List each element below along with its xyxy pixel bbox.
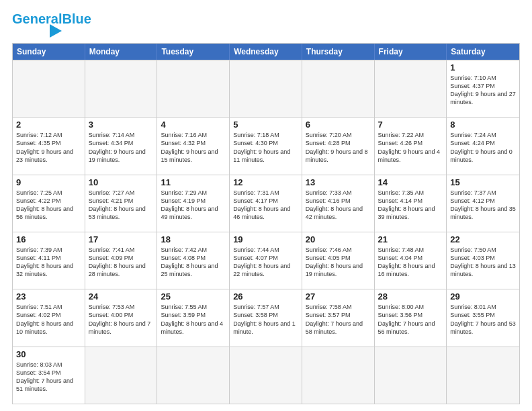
day-info: Sunrise: 7:35 AM Sunset: 4:14 PM Dayligh… xyxy=(378,189,443,222)
day-number: 13 xyxy=(306,177,371,187)
calendar-cell: 17Sunrise: 7:41 AM Sunset: 4:09 PM Dayli… xyxy=(85,232,158,289)
day-number: 11 xyxy=(161,177,226,187)
calendar-cell: 18Sunrise: 7:42 AM Sunset: 4:08 PM Dayli… xyxy=(157,232,230,289)
day-info: Sunrise: 7:14 AM Sunset: 4:34 PM Dayligh… xyxy=(89,131,154,164)
calendar-row-3: 16Sunrise: 7:39 AM Sunset: 4:11 PM Dayli… xyxy=(13,232,519,289)
day-number: 7 xyxy=(378,120,443,130)
day-number: 4 xyxy=(161,120,226,130)
calendar-cell: 5Sunrise: 7:18 AM Sunset: 4:30 PM Daylig… xyxy=(230,118,302,174)
day-number: 19 xyxy=(233,234,298,244)
day-number: 9 xyxy=(16,177,81,187)
day-number: 10 xyxy=(89,177,154,187)
calendar-cell: 21Sunrise: 7:48 AM Sunset: 4:04 PM Dayli… xyxy=(375,232,447,289)
calendar-row-2: 9Sunrise: 7:25 AM Sunset: 4:22 PM Daylig… xyxy=(13,175,519,232)
calendar-cell: 8Sunrise: 7:24 AM Sunset: 4:24 PM Daylig… xyxy=(447,118,519,174)
calendar-cell: 12Sunrise: 7:31 AM Sunset: 4:17 PM Dayli… xyxy=(230,175,302,232)
calendar-cell: 1Sunrise: 7:10 AM Sunset: 4:37 PM Daylig… xyxy=(447,60,519,117)
calendar-cell: 7Sunrise: 7:22 AM Sunset: 4:26 PM Daylig… xyxy=(375,118,447,174)
calendar-cell: 30Sunrise: 8:03 AM Sunset: 3:54 PM Dayli… xyxy=(13,347,85,404)
day-info: Sunrise: 7:53 AM Sunset: 4:00 PM Dayligh… xyxy=(89,303,154,336)
calendar-cell xyxy=(85,60,158,117)
day-info: Sunrise: 7:44 AM Sunset: 4:07 PM Dayligh… xyxy=(233,246,298,279)
day-info: Sunrise: 7:39 AM Sunset: 4:11 PM Dayligh… xyxy=(16,246,81,279)
calendar-cell: 29Sunrise: 8:01 AM Sunset: 3:55 PM Dayli… xyxy=(447,289,519,346)
day-info: Sunrise: 7:10 AM Sunset: 4:37 PM Dayligh… xyxy=(450,74,516,107)
day-number: 27 xyxy=(306,291,371,302)
day-number: 12 xyxy=(233,177,298,187)
day-number: 30 xyxy=(16,349,81,359)
day-info: Sunrise: 7:42 AM Sunset: 4:08 PM Dayligh… xyxy=(161,246,226,279)
day-info: Sunrise: 7:18 AM Sunset: 4:30 PM Dayligh… xyxy=(233,131,298,164)
calendar-cell xyxy=(230,60,302,117)
day-info: Sunrise: 7:20 AM Sunset: 4:28 PM Dayligh… xyxy=(306,131,371,164)
day-info: Sunrise: 7:33 AM Sunset: 4:16 PM Dayligh… xyxy=(306,189,371,222)
day-number: 14 xyxy=(378,177,443,187)
calendar-cell: 11Sunrise: 7:29 AM Sunset: 4:19 PM Dayli… xyxy=(157,175,230,232)
calendar-cell: 16Sunrise: 7:39 AM Sunset: 4:11 PM Dayli… xyxy=(13,232,85,289)
calendar-cell: 27Sunrise: 7:58 AM Sunset: 3:57 PM Dayli… xyxy=(302,289,375,346)
header-day-tuesday: Tuesday xyxy=(157,44,230,60)
calendar-cell: 25Sunrise: 7:55 AM Sunset: 3:59 PM Dayli… xyxy=(157,289,230,346)
calendar-cell: 14Sunrise: 7:35 AM Sunset: 4:14 PM Dayli… xyxy=(375,175,447,232)
calendar-cell: 6Sunrise: 7:20 AM Sunset: 4:28 PM Daylig… xyxy=(302,118,375,174)
day-number: 23 xyxy=(16,291,81,302)
logo-blue: Blue xyxy=(62,11,91,26)
calendar-cell xyxy=(302,60,375,117)
calendar-cell: 9Sunrise: 7:25 AM Sunset: 4:22 PM Daylig… xyxy=(13,175,85,232)
day-info: Sunrise: 7:46 AM Sunset: 4:05 PM Dayligh… xyxy=(306,246,371,279)
calendar-body: 1Sunrise: 7:10 AM Sunset: 4:37 PM Daylig… xyxy=(13,60,519,404)
calendar: SundayMondayTuesdayWednesdayThursdayFrid… xyxy=(12,43,520,404)
calendar-page: GeneralBlue SundayMondayTuesdayWednesday… xyxy=(0,0,532,411)
header-day-saturday: Saturday xyxy=(447,44,519,60)
calendar-header: SundayMondayTuesdayWednesdayThursdayFrid… xyxy=(13,44,519,60)
day-number: 22 xyxy=(450,234,516,244)
day-info: Sunrise: 8:00 AM Sunset: 3:56 PM Dayligh… xyxy=(378,303,443,336)
logo-triangle xyxy=(50,24,62,38)
calendar-cell xyxy=(230,347,302,404)
calendar-cell xyxy=(13,60,85,117)
day-info: Sunrise: 7:41 AM Sunset: 4:09 PM Dayligh… xyxy=(89,246,154,279)
day-info: Sunrise: 7:50 AM Sunset: 4:03 PM Dayligh… xyxy=(450,246,516,279)
day-info: Sunrise: 7:57 AM Sunset: 3:58 PM Dayligh… xyxy=(233,303,298,336)
calendar-cell: 4Sunrise: 7:16 AM Sunset: 4:32 PM Daylig… xyxy=(157,118,230,174)
day-info: Sunrise: 7:27 AM Sunset: 4:21 PM Dayligh… xyxy=(89,189,154,222)
calendar-cell: 10Sunrise: 7:27 AM Sunset: 4:21 PM Dayli… xyxy=(85,175,158,232)
calendar-cell xyxy=(302,347,375,404)
calendar-cell: 23Sunrise: 7:51 AM Sunset: 4:02 PM Dayli… xyxy=(13,289,85,346)
day-number: 18 xyxy=(161,234,226,244)
day-info: Sunrise: 7:58 AM Sunset: 3:57 PM Dayligh… xyxy=(306,303,371,336)
calendar-cell xyxy=(375,347,447,404)
day-info: Sunrise: 7:16 AM Sunset: 4:32 PM Dayligh… xyxy=(161,131,226,164)
day-info: Sunrise: 7:48 AM Sunset: 4:04 PM Dayligh… xyxy=(378,246,443,279)
day-number: 26 xyxy=(233,291,298,302)
day-info: Sunrise: 7:25 AM Sunset: 4:22 PM Dayligh… xyxy=(16,189,81,222)
calendar-cell xyxy=(157,347,230,404)
logo-text: GeneralBlue xyxy=(12,12,91,26)
calendar-row-0: 1Sunrise: 7:10 AM Sunset: 4:37 PM Daylig… xyxy=(13,60,519,117)
calendar-cell: 28Sunrise: 8:00 AM Sunset: 3:56 PM Dayli… xyxy=(375,289,447,346)
day-info: Sunrise: 7:29 AM Sunset: 4:19 PM Dayligh… xyxy=(161,189,226,222)
header-day-monday: Monday xyxy=(85,44,158,60)
day-info: Sunrise: 7:24 AM Sunset: 4:24 PM Dayligh… xyxy=(450,131,516,164)
day-number: 29 xyxy=(450,291,516,302)
calendar-row-5: 30Sunrise: 8:03 AM Sunset: 3:54 PM Dayli… xyxy=(13,347,519,404)
day-info: Sunrise: 8:03 AM Sunset: 3:54 PM Dayligh… xyxy=(16,361,81,394)
day-number: 24 xyxy=(89,291,154,302)
day-number: 6 xyxy=(306,120,371,130)
calendar-cell xyxy=(157,60,230,117)
day-number: 8 xyxy=(450,120,516,130)
day-number: 28 xyxy=(378,291,443,302)
calendar-cell xyxy=(85,347,158,404)
header-day-friday: Friday xyxy=(375,44,447,60)
calendar-cell: 22Sunrise: 7:50 AM Sunset: 4:03 PM Dayli… xyxy=(447,232,519,289)
calendar-cell: 20Sunrise: 7:46 AM Sunset: 4:05 PM Dayli… xyxy=(302,232,375,289)
day-number: 2 xyxy=(16,120,81,130)
day-number: 20 xyxy=(306,234,371,244)
day-number: 15 xyxy=(450,177,516,187)
header-day-thursday: Thursday xyxy=(302,44,375,60)
day-info: Sunrise: 8:01 AM Sunset: 3:55 PM Dayligh… xyxy=(450,303,516,336)
day-number: 3 xyxy=(89,120,154,130)
calendar-cell: 13Sunrise: 7:33 AM Sunset: 4:16 PM Dayli… xyxy=(302,175,375,232)
day-info: Sunrise: 7:12 AM Sunset: 4:35 PM Dayligh… xyxy=(16,131,81,164)
day-number: 16 xyxy=(16,234,81,244)
